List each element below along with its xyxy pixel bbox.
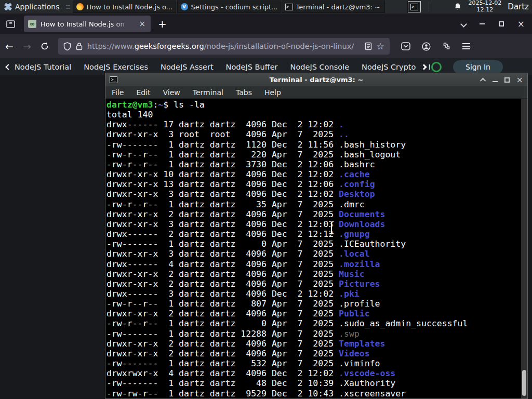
terminal-scrollbar-thumb[interactable] (522, 370, 526, 396)
applications-menu-label: Applications (15, 3, 60, 11)
terminal-titlebar-icon: >_ (110, 76, 117, 83)
taskbar-button-terminal[interactable]: >_ Terminal - dartz@vm3: ~ (282, 1, 385, 13)
directory-name: Videos (339, 349, 370, 358)
window-maximize-button[interactable] (499, 21, 504, 26)
site-nav-link[interactable]: NodeJS Exercises (84, 63, 148, 71)
file-name: .ICEauthority (339, 239, 406, 249)
xfce-top-panel: Applications How to Install Node.js o...… (0, 0, 532, 14)
terminal-tray-icon: >_ (410, 4, 418, 10)
nav-scroll-left-chevron-icon[interactable] (5, 64, 11, 70)
firefox-nav-toolbar: ← → https://www.geeksforgeeks.org/node-j… (0, 34, 532, 58)
site-nav-link[interactable]: NodeJS Crypto (362, 63, 416, 71)
directory-name: Pictures (339, 279, 380, 289)
site-nav-link[interactable]: NodeJS Console (290, 63, 350, 71)
extensions-puzzle-icon[interactable] (442, 42, 451, 51)
url-host: geeksforgeeks.org (135, 42, 204, 50)
reload-button[interactable] (41, 42, 49, 50)
terminal-output-line: drwxrwxr-x 4 dartz dartz 4096 Dec 2 12:0… (107, 368, 520, 378)
file-name: .dmrc (339, 200, 365, 209)
reader-mode-icon[interactable] (365, 42, 372, 50)
directory-name: Public (339, 309, 370, 318)
terminal-close-button[interactable]: × (516, 76, 523, 84)
url-scheme: https://www. (87, 42, 135, 50)
terminal-output-line: drwx------ 17 dartz dartz 4096 Dec 2 12:… (107, 119, 520, 129)
account-icon[interactable] (422, 42, 431, 51)
terminal-output-line: -rw------- 1 dartz dartz 532 Apr 7 2025 … (107, 358, 520, 368)
menu-help[interactable]: Help (264, 88, 281, 97)
terminal-output-line: drwxr-xr-x 2 dartz dartz 4096 Apr 7 2025… (107, 279, 520, 289)
terminal-scrollbar[interactable] (521, 99, 527, 398)
clock-time: 12:12 (468, 7, 501, 14)
directory-name: Desktop (339, 189, 375, 199)
file-name: .profile (339, 299, 380, 309)
terminal-shade-button[interactable] (480, 77, 486, 83)
terminal-output-line: total 140 (107, 110, 520, 119)
terminal-output[interactable]: dartz@vm3:~$ ls -la total 140drwx------ … (105, 99, 527, 398)
file-name: .bash_history (339, 140, 406, 150)
mouse-ibeam-cursor (328, 221, 335, 234)
terminal-maximize-button[interactable] (504, 77, 510, 83)
url-text[interactable]: https://www.geeksforgeeks.org/node-js/in… (87, 42, 360, 50)
directory-name: Downloads (339, 219, 385, 229)
window-close-button[interactable]: × (517, 20, 525, 29)
file-name: .Xauthority (339, 378, 395, 388)
terminal-output-line: -rw-r--r-- 1 dartz dartz 35 Apr 7 2025 .… (107, 200, 520, 209)
tracking-shield-icon[interactable] (63, 42, 71, 51)
taskbar-button-label: Settings - codium script... (191, 3, 278, 11)
prompt-path: ~ (158, 100, 163, 110)
firefox-tab-bar: ∞ How to Install Node.js on × + × (0, 14, 532, 34)
terminal-output-line: drwx------ 4 dartz dartz 4096 Apr 7 2025… (107, 259, 520, 269)
site-nav-link[interactable]: NodeJS DNS (428, 63, 430, 71)
tab-title: How to Install Node.js on (41, 20, 134, 28)
terminal-output-line: -rw-rw-r-- 1 dartz dartz 9529 Dec 2 10:4… (107, 389, 520, 398)
panel-grip-icon (66, 0, 70, 14)
site-nav-link[interactable]: NodeJS Buffer (226, 63, 278, 71)
directory-name: .gnupg (339, 229, 370, 239)
terminal-output-line: drwx------ 3 dartz dartz 4096 Dec 2 12:0… (107, 289, 520, 299)
directory-name: Music (339, 269, 365, 279)
applications-menu-button[interactable]: Applications (0, 0, 64, 14)
search-icon[interactable] (431, 62, 442, 72)
tray-terminal-launcher[interactable]: >_ (407, 1, 421, 13)
lock-icon[interactable] (76, 42, 83, 50)
window-minimize-button[interactable] (480, 23, 485, 24)
taskbar-button-codium[interactable]: V Settings - codium script... (177, 1, 281, 13)
tab-close-icon[interactable]: × (138, 19, 147, 29)
directory-name: .config (339, 179, 375, 189)
notification-bell-icon[interactable] (454, 3, 462, 11)
directory-name: Templates (339, 339, 385, 349)
panel-clock[interactable]: 2025-12-02 12:12 (468, 0, 501, 13)
url-path: /node-js/installation-of-node-js-on-linu… (204, 42, 354, 50)
terminal-minimize-button[interactable] (493, 81, 498, 82)
prompt-colon: : (153, 100, 158, 110)
forward-button[interactable]: → (23, 41, 31, 52)
terminal-output-line: drwxr-xr-x 10 dartz dartz 4096 Dec 2 12:… (107, 169, 520, 179)
terminal-output-line: -rw-r--r-- 1 dartz dartz 220 Apr 7 2025 … (107, 150, 520, 159)
menu-edit[interactable]: Edit (136, 88, 150, 97)
firefox-view-button[interactable] (3, 17, 18, 31)
terminal-menubar: File Edit View Terminal Tabs Help (105, 86, 527, 99)
menu-tabs[interactable]: Tabs (236, 88, 252, 97)
site-nav-link[interactable]: NodeJS Tutorial (15, 63, 71, 71)
menu-file[interactable]: File (112, 88, 124, 97)
panel-username[interactable]: Dartz (508, 2, 530, 11)
menu-hamburger-icon[interactable] (462, 43, 470, 49)
url-bar[interactable]: https://www.geeksforgeeks.org/node-js/in… (58, 38, 390, 55)
sign-in-button[interactable]: Sign In (453, 60, 503, 74)
terminal-output-line: -rw-r--r-- 1 dartz dartz 3730 Dec 2 12:0… (107, 159, 520, 169)
directory-name: .vscode-oss (339, 368, 395, 378)
list-all-tabs-chevron-icon[interactable] (460, 21, 467, 28)
menu-view[interactable]: View (163, 88, 180, 97)
terminal-output-line: -rw-r--r-- 1 dartz dartz 807 Apr 7 2025 … (107, 299, 520, 309)
new-tab-button[interactable]: + (158, 18, 167, 30)
browser-tab-active[interactable]: ∞ How to Install Node.js on × (24, 16, 151, 32)
taskbar-button-firefox[interactable]: How to Install Node.js o... (73, 1, 176, 13)
directory-name: .local (339, 249, 370, 259)
site-nav-link[interactable]: NodeJS Assert (161, 63, 214, 71)
terminal-output-line: drwxr-xr-x 3 root root 4096 Apr 7 2025 .… (107, 129, 520, 139)
bookmark-star-icon[interactable]: ☆ (377, 41, 384, 51)
terminal-titlebar[interactable]: >_ Terminal - dartz@vm3: ~ × (105, 73, 527, 86)
pocket-icon[interactable] (401, 42, 410, 50)
back-button[interactable]: ← (5, 41, 14, 52)
menu-terminal[interactable]: Terminal (193, 88, 223, 97)
